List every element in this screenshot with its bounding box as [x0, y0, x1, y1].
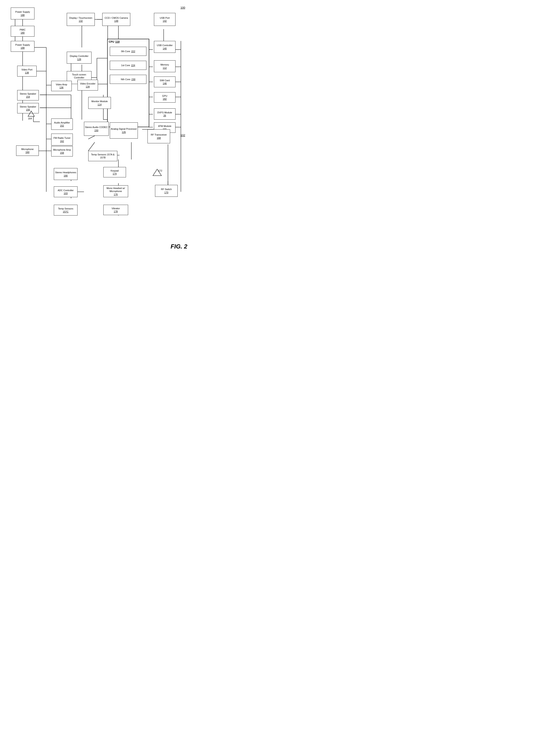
svg-marker-75 [28, 111, 35, 116]
svg-line-39 [88, 136, 95, 139]
block-rf-transceiver: RF Transceiver 168 [147, 129, 170, 143]
block-sim-card: SIM Card 146 [154, 76, 175, 87]
block-gpu: GPU 182 [154, 92, 175, 103]
block-adc-controller: ADC Controller 103 [54, 186, 78, 197]
block-fm-radio: FM Radio Tuner 162 [51, 134, 73, 146]
block-pmic: PMIC 180 [11, 26, 35, 37]
antenna-164: 164 [27, 110, 36, 120]
svg-line-40 [88, 142, 95, 151]
block-analog-signal: Analog Signal Processor 126 [110, 122, 138, 139]
block-microphone-amp: Microphone Amp 158 [51, 146, 73, 156]
block-temp-sensors-c: Temp Sensors 157C [54, 205, 78, 216]
block-temp-sensors-ab: Temp Sensors 157A & 157B [88, 151, 117, 161]
block-microphone: Microphone 160 [16, 146, 39, 156]
block-audio-amplifier: Audio Amplifier 152 [51, 119, 73, 130]
diagram-container: 100 102 [4, 4, 190, 252]
block-stereo-headphones: Stereo Headphones 166 [54, 168, 78, 180]
antenna-172: 172 [152, 168, 163, 172]
block-power-supply-top: Power Supply 188 [11, 8, 35, 19]
block-stereo-speaker-1: Stereo Speaker 154 [17, 90, 39, 100]
block-stereo-codec: Stereo Audio CODEC 150 [84, 122, 109, 136]
block-usb-port: USB Port 142 [154, 13, 175, 26]
block-ccd-cmos: CCD / CMOS Camera 148 [102, 13, 130, 26]
block-usb-controller: USB Controller 140 [154, 41, 175, 53]
ref-102: 102 [180, 134, 185, 137]
block-keypad: Keypad 174 [103, 167, 126, 177]
block-vibrator: Vibrator 178 [103, 205, 128, 215]
block-display-controller: Display Controller 128 [67, 52, 91, 64]
block-core-1: 1st Core 224 [110, 61, 146, 70]
block-video-encoder: Video Encoder 134 [78, 80, 98, 91]
block-mono-headset: Mono Headset w/ Microphone 176 [103, 185, 128, 197]
block-core-n: Nth Core 230 [110, 75, 146, 84]
block-core-0: 0th Core 222 [110, 47, 146, 56]
block-video-amp: Video Amp 136 [51, 81, 72, 91]
fig-label: FIG. 2 [170, 243, 187, 250]
block-power-supply-2: Power Supply 188 [11, 41, 35, 52]
ref-100: 100 [180, 6, 185, 9]
cpu-outer-box: CPU 110 0th Core 222 1st Core 224 Nth Co… [107, 39, 149, 127]
block-monitor-module: Monitor Module 114 [88, 97, 111, 109]
block-video-port: Video Port 138 [17, 66, 37, 76]
block-display-touchscreen: Display / Touchscreen 132 [67, 13, 95, 26]
block-memory: Memory 112 [154, 60, 175, 72]
block-rf-switch: RF Switch 170 [155, 185, 178, 197]
block-dvfs: DVFS Module 26 [154, 108, 175, 120]
